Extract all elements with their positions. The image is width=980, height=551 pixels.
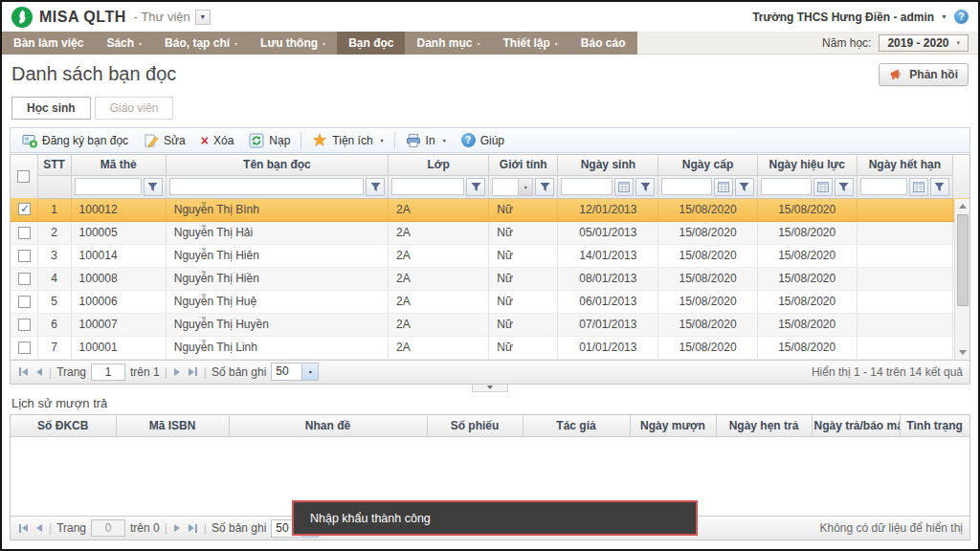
next-page-button[interactable] <box>172 524 182 532</box>
register-reader-button[interactable]: Đăng ký bạn đọc <box>14 130 136 151</box>
scrollbar-thumb[interactable] <box>957 214 969 306</box>
first-page-button[interactable] <box>17 524 30 533</box>
filter-funnel-icon[interactable] <box>144 178 163 196</box>
edit-button[interactable]: Sửa <box>136 130 193 151</box>
row-checkbox[interactable] <box>18 273 31 285</box>
row-checkbox[interactable] <box>18 203 31 215</box>
user-menu[interactable]: Trường THCS Hưng Điền - admin ▼ <box>752 11 947 24</box>
filter-funnel-icon[interactable] <box>930 178 949 196</box>
refresh-icon <box>249 133 264 148</box>
filter-funnel-icon[interactable] <box>735 178 754 196</box>
column-header-stt[interactable]: STT <box>37 155 71 175</box>
filter-funnel-icon[interactable] <box>366 178 385 196</box>
tab-hoc-sinh[interactable]: Học sinh <box>11 97 91 120</box>
help-icon[interactable]: ? <box>954 10 969 24</box>
previous-page-button[interactable] <box>34 368 44 376</box>
history-column-ma-isbn[interactable]: Mã ISBN <box>116 415 229 437</box>
calendar-icon[interactable] <box>909 178 928 196</box>
reload-button[interactable]: Nạp <box>241 130 298 151</box>
cell-ngay-hieu-luc: 15/08/2020 <box>757 313 857 336</box>
row-checkbox[interactable] <box>18 319 31 331</box>
history-column-ngay-tra-bao-mat[interactable]: Ngày trả/báo mất <box>812 415 900 437</box>
first-page-button[interactable] <box>17 367 30 376</box>
menu-item-ban-doc[interactable]: Bạn đọc <box>337 32 405 55</box>
table-row[interactable]: 2 100005 Nguyễn Thị Hải 2A Nữ 05/01/2013… <box>11 221 969 244</box>
filter-funnel-icon[interactable] <box>835 178 854 196</box>
records-per-page-select[interactable]: 50 ▾ <box>271 363 319 381</box>
menu-item-bao-tap-chi[interactable]: Báo, tạp chí▾ <box>153 32 249 55</box>
column-header-ngay-hieu-luc[interactable]: Ngày hiệu lực <box>757 155 857 175</box>
help-button[interactable]: ? Giúp <box>454 130 512 150</box>
history-column-ngay-muon[interactable]: Ngày mượn <box>630 415 716 437</box>
filter-input-ten-ban-doc[interactable] <box>169 178 364 195</box>
brand-title: MISA QLTH <box>39 9 126 26</box>
utilities-button[interactable]: Tiện ích ▾ <box>304 130 390 151</box>
column-header-ngay-sinh[interactable]: Ngày sinh <box>558 155 658 175</box>
history-column-so-phieu[interactable]: Số phiếu <box>427 415 523 437</box>
delete-button[interactable]: × Xóa <box>193 131 242 150</box>
calendar-icon[interactable] <box>714 178 733 196</box>
table-row[interactable]: 3 100014 Nguyễn Thị Hiên 2A Nữ 14/01/201… <box>11 244 969 267</box>
cell-ma-the: 100001 <box>71 336 166 359</box>
row-checkbox[interactable] <box>18 296 31 308</box>
filter-input-ngay-sinh[interactable] <box>561 178 612 195</box>
page-number-input[interactable] <box>91 519 125 537</box>
feedback-button[interactable]: Phản hồi <box>879 63 969 86</box>
table-row[interactable]: 1 100012 Nguyễn Thị Bình 2A Nữ 12/01/201… <box>11 198 969 221</box>
history-column-so-dkcb[interactable]: Số ĐKCB <box>11 415 116 437</box>
scroll-down-icon[interactable] <box>955 345 969 360</box>
filter-funnel-icon[interactable] <box>635 178 655 196</box>
row-checkbox[interactable] <box>18 250 31 262</box>
filter-input-ma-the[interactable] <box>75 178 142 195</box>
row-checkbox[interactable] <box>18 342 31 354</box>
menu-item-bao-cao[interactable]: Báo cáo <box>569 32 637 55</box>
reader-card-add-icon <box>22 133 37 148</box>
menu-item-luu-thong[interactable]: Lưu thông▾ <box>249 32 337 55</box>
column-header-lop[interactable]: Lớp <box>389 155 489 175</box>
filter-input-ngay-het-han[interactable] <box>860 178 907 195</box>
select-all-checkbox[interactable] <box>17 170 30 183</box>
column-header-gioi-tinh[interactable]: Giới tính <box>489 155 558 175</box>
filter-input-ngay-hieu-luc[interactable] <box>761 178 812 195</box>
filter-input-lop[interactable] <box>391 178 464 195</box>
filter-select-gioi-tinh[interactable]: ▾ <box>492 178 533 196</box>
column-header-ma-the[interactable]: Mã thẻ <box>71 155 166 175</box>
column-header-ten-ban-doc[interactable]: Tên bạn đọc <box>166 155 388 175</box>
column-header-ngay-cap[interactable]: Ngày cấp <box>658 155 757 175</box>
table-row[interactable]: 5 100006 Nguyễn Thị Huệ 2A Nữ 06/01/2013… <box>11 290 969 313</box>
column-header-ngay-het-han[interactable]: Ngày hết hạn <box>857 155 952 175</box>
row-checkbox[interactable] <box>18 227 31 239</box>
history-column-tinh-trang[interactable]: Tình trạng <box>900 415 969 437</box>
calendar-icon[interactable] <box>813 178 833 196</box>
menu-item-sach[interactable]: Sách▾ <box>95 32 153 55</box>
next-page-button[interactable] <box>172 368 182 376</box>
panel-splitter <box>2 385 978 394</box>
history-column-tac-gia[interactable]: Tác giả <box>523 415 630 437</box>
filter-input-ngay-cap[interactable] <box>661 178 711 195</box>
vertical-scrollbar[interactable] <box>954 199 969 360</box>
cell-lop: 2A <box>389 290 489 313</box>
menu-item-danh-muc[interactable]: Danh mục▾ <box>405 32 491 55</box>
menu-item-thiet-lap[interactable]: Thiết lập▾ <box>492 32 569 55</box>
school-year-select[interactable]: 2019 - 2020 ▾ <box>879 34 969 52</box>
cell-ma-the: 100012 <box>71 198 166 221</box>
tab-giao-vien[interactable]: Giáo viên <box>95 97 174 120</box>
history-column-nhan-de[interactable]: Nhan đề <box>229 415 427 437</box>
table-row[interactable]: 4 100008 Nguyễn Thị Hiền 2A Nữ 08/01/201… <box>11 267 969 290</box>
table-row[interactable]: 7 100001 Nguyễn Thị Linh 2A Nữ 01/01/201… <box>11 336 969 359</box>
page-number-input[interactable] <box>91 364 125 381</box>
filter-funnel-icon[interactable] <box>535 178 554 196</box>
scroll-up-icon[interactable] <box>955 199 969 213</box>
last-page-button[interactable] <box>187 367 199 376</box>
splitter-handle[interactable] <box>472 385 508 392</box>
calendar-icon[interactable] <box>614 178 634 196</box>
menu-item-ban-lam-viec[interactable]: Bàn làm việc <box>2 32 95 55</box>
filter-funnel-icon[interactable] <box>466 178 485 196</box>
cell-ngay-het-han <box>857 244 952 267</box>
module-dropdown-button[interactable]: ▼ <box>195 10 211 25</box>
previous-page-button[interactable] <box>34 524 44 532</box>
last-page-button[interactable] <box>187 524 199 533</box>
history-column-ngay-hen-tra[interactable]: Ngày hẹn trả <box>716 415 812 437</box>
print-button[interactable]: In ▾ <box>398 130 454 151</box>
table-row[interactable]: 6 100007 Nguyễn Thị Huyền 2A Nữ 07/01/20… <box>11 313 969 336</box>
